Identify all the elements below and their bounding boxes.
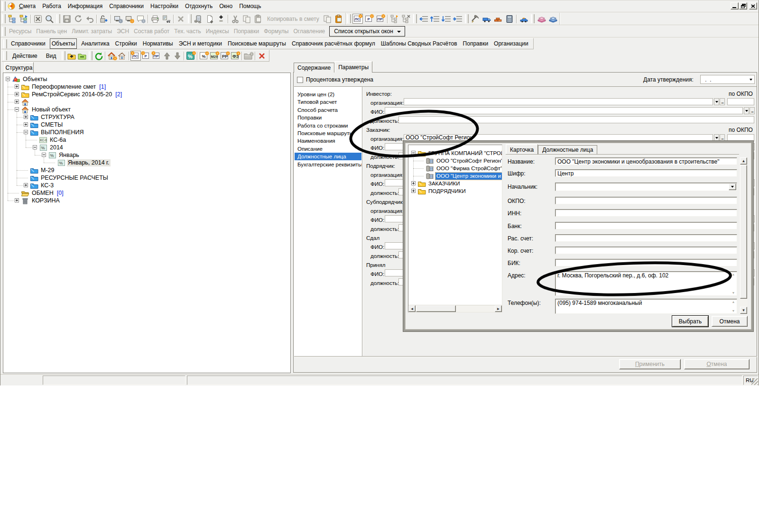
nav-tab-4[interactable]: Нормативы — [140, 38, 176, 49]
folder-collapse-icon[interactable] — [77, 51, 87, 61]
section-item-7[interactable]: Описание — [295, 145, 361, 153]
nav-tab-10[interactable]: Организации — [491, 38, 531, 49]
menu-item-0[interactable]: Смета — [16, 1, 39, 11]
scroll-left-button[interactable]: ◄ — [408, 305, 416, 312]
r-box-icon[interactable]: Р — [141, 51, 151, 61]
pr-box-icon[interactable]: ПР — [151, 51, 162, 61]
expand-toggle[interactable] — [411, 181, 416, 185]
scroll-right-button[interactable]: ► — [495, 305, 502, 312]
tab-dolzhnostnye-lica[interactable]: Должностные лица — [538, 145, 597, 154]
toolbar-grip[interactable] — [3, 39, 7, 48]
machines-icon[interactable] — [518, 14, 529, 24]
tree-item[interactable]: СТРУКТУРА — [30, 113, 75, 121]
toolbar-grip[interactable] — [2, 1, 6, 11]
expand-toggle[interactable] — [24, 115, 28, 119]
tab-content[interactable]: Содержание — [294, 63, 334, 73]
menu-item-2[interactable]: Информация — [65, 1, 106, 11]
ls-gear-checked-icon[interactable]: ЛС — [352, 14, 363, 24]
dialog-field-9[interactable]: г. Москва, Погорельский пер., д.6, оф. 1… — [555, 271, 737, 296]
close-button[interactable] — [749, 2, 757, 9]
collapse-toggle[interactable] — [411, 151, 416, 155]
fz-gear-icon[interactable]: ФЗ — [230, 51, 241, 61]
view-item-6[interactable]: Индексы — [204, 27, 231, 36]
ls-box-icon[interactable]: ЛС — [130, 51, 141, 61]
view-item-9[interactable]: Оглавление — [291, 27, 327, 36]
undo-icon[interactable] — [84, 14, 95, 24]
unlock-export-icon[interactable] — [98, 14, 110, 24]
approval-date-caret-icon[interactable] — [747, 75, 754, 83]
nav-tab-0[interactable]: Справочники — [8, 38, 48, 49]
menu-item-1[interactable]: Работа — [39, 1, 65, 11]
materials-icon[interactable] — [492, 14, 504, 24]
menu-item-3[interactable]: Справочники — [106, 1, 147, 11]
dialog-field-5[interactable] — [555, 222, 737, 229]
vscroll-thumb[interactable] — [740, 165, 747, 299]
page-new-icon[interactable] — [243, 51, 254, 61]
minimize-button[interactable] — [731, 2, 739, 9]
nav-tab-5[interactable]: ЭСН и методики — [176, 38, 225, 49]
okpo-field[interactable] — [727, 98, 754, 105]
menu-item-5[interactable]: Отдохнуть — [182, 1, 216, 11]
tree-item[interactable]: КС-6КС-6а — [39, 136, 67, 144]
dialog-field-0[interactable]: ООО "Центр экономики и ценообразования в… — [555, 157, 737, 165]
toolbar-grip[interactable] — [465, 14, 469, 23]
tree-item[interactable]: ВЫПОЛНЕНИЯ — [30, 128, 85, 136]
resize-grip[interactable] — [751, 378, 758, 385]
arrow-up-gray-icon[interactable] — [162, 51, 172, 61]
action-menu-vid[interactable]: Вид — [42, 51, 61, 61]
group-blocks-icon[interactable] — [193, 14, 204, 24]
excel-export-icon[interactable] — [32, 14, 44, 24]
pr-gear-icon[interactable]: ПР — [375, 14, 386, 24]
dialog-field-6[interactable] — [555, 234, 737, 242]
section-item-2[interactable]: Способ расчета — [295, 106, 361, 114]
tree-item[interactable]: ОБМЕН[0] — [21, 189, 64, 197]
view-item-3[interactable]: ЭСН — [114, 27, 131, 36]
view-item-7[interactable]: Поправки — [231, 27, 261, 36]
dropdown-button[interactable] — [744, 107, 749, 114]
collapse-toggle[interactable] — [6, 77, 10, 81]
transport-scheme-icon[interactable] — [161, 14, 172, 24]
collapse-toggle[interactable] — [15, 107, 19, 111]
dialog-field-7[interactable] — [555, 247, 737, 254]
form-field[interactable] — [385, 107, 743, 114]
book-blue-icon[interactable] — [547, 14, 558, 24]
toolbar-grip[interactable] — [413, 14, 417, 23]
nav-tab-2[interactable]: Аналитика — [78, 38, 112, 49]
collapse-toggle[interactable] — [33, 145, 37, 149]
dialog-field-2[interactable] — [555, 183, 737, 191]
tree-item[interactable]: %Январь, 2014 г. — [57, 159, 111, 166]
section-item-0[interactable]: Уровни цен (2) — [295, 91, 361, 98]
book-pink-icon[interactable] — [536, 14, 547, 24]
tree-edit-icon[interactable] — [389, 14, 400, 24]
view-item-1[interactable]: Панель цен — [34, 27, 69, 36]
tree-item[interactable]: СМЕТЫ — [30, 121, 64, 128]
save-icon[interactable] — [61, 14, 73, 24]
tree-item[interactable]: %2014 — [39, 144, 64, 151]
cut-icon[interactable] — [230, 14, 241, 24]
params-cancel-button[interactable]: Отмена — [684, 359, 750, 369]
house-gear-icon[interactable] — [107, 51, 117, 61]
dialog-field-3[interactable] — [555, 197, 737, 204]
toolbar-grip[interactable] — [89, 51, 93, 60]
tree-item[interactable] — [21, 98, 33, 106]
tree-item[interactable]: КС-3 — [30, 182, 55, 189]
refresh-green-icon[interactable] — [93, 51, 104, 61]
form-field[interactable] — [398, 116, 754, 123]
pc-settings-icon[interactable] — [112, 14, 124, 24]
truck-icon[interactable] — [481, 14, 492, 24]
tree-item[interactable]: ГРУППА КОМПАНИЙ "СТРОЙ — [417, 149, 502, 157]
collapse-toggle[interactable] — [24, 130, 28, 134]
action-menu-deystvie[interactable]: Действие — [8, 51, 42, 61]
menu-item-6[interactable]: Окно — [216, 1, 236, 11]
percentovka-checkbox[interactable] — [297, 77, 303, 83]
x-red-icon[interactable] — [257, 51, 267, 61]
tree-item[interactable]: М-29 — [30, 166, 55, 174]
ellipsis-button[interactable]: ... — [720, 98, 725, 105]
house-clean-icon[interactable] — [117, 51, 128, 61]
tree-item[interactable]: ЗАКАЗЧИКИ — [417, 180, 461, 187]
nav-tab-1[interactable]: Объекты — [50, 38, 77, 49]
nav-tab-8[interactable]: Шаблоны Сводных Расчётов — [378, 38, 460, 49]
nav-tab-7[interactable]: Справочник расчётных формул — [289, 38, 378, 49]
resources-pick-icon[interactable] — [470, 14, 481, 24]
tree-item[interactable]: ПОДРЯДЧИКИ — [417, 187, 467, 195]
